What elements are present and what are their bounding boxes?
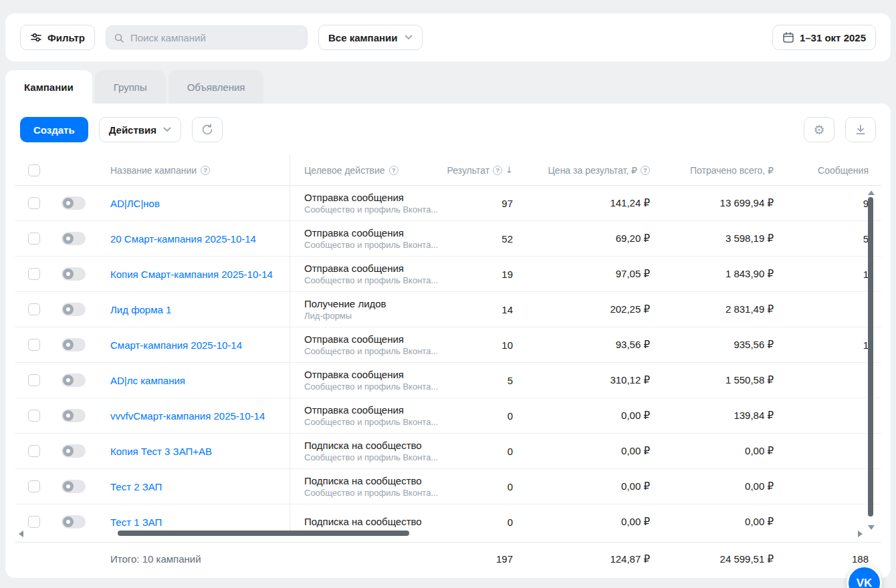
table-row: Тест 1 ЗАП Подписка на сообщество 0 0,00… [15, 504, 881, 531]
campaign-name-link[interactable]: 20 Смарт-кампания 2025-10-14 [110, 233, 256, 245]
tab-campaigns[interactable]: Кампании [5, 70, 92, 104]
bulk-actions-button[interactable]: Действия [99, 117, 181, 142]
row-checkbox[interactable] [28, 268, 40, 280]
scroll-left-arrow-icon[interactable] [19, 531, 23, 537]
top-toolbar: Фильтр Все кампании 1–31 окт 2025 [5, 13, 891, 61]
objective-text: Отправка сообщения [304, 404, 443, 416]
spent-value: 0,00 ₽ [650, 434, 774, 468]
campaign-name-link[interactable]: Смарт-кампания 2025-10-14 [110, 339, 242, 351]
help-icon[interactable] [641, 166, 650, 175]
refresh-icon [201, 123, 214, 136]
spent-value: 3 598,19 ₽ [650, 221, 774, 256]
filter-button[interactable]: Фильтр [20, 25, 95, 50]
result-value: 14 [443, 292, 513, 327]
objective-subtext: Сообщество и профиль Вконта... [304, 488, 443, 498]
campaign-toggle[interactable] [62, 303, 86, 316]
campaigns-panel: Создать Действия ⚙ [5, 104, 891, 578]
campaign-name-link[interactable]: vvvfvСмарт-кампания 2025-10-14 [110, 410, 265, 422]
row-checkbox[interactable] [28, 516, 40, 528]
refresh-button[interactable] [192, 117, 223, 142]
cost-per-result-value: 141,24 ₽ [513, 186, 650, 220]
date-range-button[interactable]: 1–31 окт 2025 [772, 25, 876, 50]
campaign-toggle[interactable] [62, 444, 86, 458]
cost-per-result-value: 93,56 ₽ [513, 327, 650, 362]
search-input[interactable] [106, 26, 307, 49]
campaign-toggle[interactable] [62, 196, 86, 210]
row-checkbox[interactable] [28, 233, 40, 245]
scroll-up-arrow-icon[interactable] [868, 190, 875, 195]
row-checkbox[interactable] [28, 339, 40, 351]
table-settings-button[interactable]: ⚙ [804, 117, 834, 142]
date-range-label: 1–31 окт 2025 [800, 32, 866, 43]
calendar-icon [782, 31, 794, 43]
row-checkbox[interactable] [28, 303, 40, 315]
campaign-scope-select[interactable]: Все кампании [318, 25, 423, 50]
frozen-columns-divider [290, 155, 290, 531]
vertical-scrollbar[interactable] [867, 189, 875, 531]
filter-icon [30, 31, 42, 43]
campaign-toggle[interactable] [62, 267, 86, 281]
campaign-toggle[interactable] [62, 515, 86, 529]
export-button[interactable] [845, 117, 876, 142]
objective-text: Получение лидов [304, 298, 443, 309]
campaign-toggle[interactable] [62, 374, 86, 387]
col-header-messages: Сообщения [818, 165, 869, 176]
row-checkbox[interactable] [28, 410, 40, 422]
table-row: AD|ЛС|нов Отправка сообщения Сообщество … [15, 186, 881, 221]
table-row: vvvfvСмарт-кампания 2025-10-14 Отправка … [15, 398, 881, 434]
campaign-name-link[interactable]: Тест 2 ЗАП [110, 481, 162, 492]
totals-label: Итого: 10 кампаний [94, 553, 290, 565]
table-header: Название кампании Целевое действие Резул… [15, 155, 881, 186]
campaigns-table: Название кампании Целевое действие Резул… [15, 155, 881, 575]
campaign-name-link[interactable]: Копия Тест 3 ЗАП+АВ [110, 446, 212, 457]
col-header-name: Название кампании [110, 165, 197, 176]
section-tabs: Кампании Группы Объявления [5, 70, 891, 104]
objective-subtext: Сообщество и профиль Вконта... [304, 204, 443, 214]
cost-per-result-value: 69,20 ₽ [513, 221, 650, 256]
table-body: AD|ЛС|нов Отправка сообщения Сообщество … [15, 186, 881, 531]
select-all-checkbox[interactable] [28, 164, 40, 176]
help-icon[interactable] [201, 166, 210, 175]
row-checkbox[interactable] [28, 197, 40, 209]
cost-per-result-value: 310,12 ₽ [513, 363, 650, 398]
row-checkbox[interactable] [28, 480, 40, 492]
objective-text: Отправка сообщения [304, 263, 443, 274]
row-checkbox[interactable] [28, 374, 40, 386]
result-value: 0 [443, 434, 513, 468]
tab-ads[interactable]: Объявления [169, 70, 264, 104]
cost-per-result-value: 0,00 ₽ [513, 398, 650, 433]
gear-icon: ⚙ [813, 124, 824, 136]
help-icon[interactable] [493, 166, 502, 175]
scroll-right-arrow-icon[interactable] [858, 531, 863, 537]
campaign-name-link[interactable]: Копия Смарт-кампания 2025-10-14 [110, 269, 273, 280]
total-spent: 24 599,51 ₽ [650, 553, 774, 565]
campaign-toggle[interactable] [62, 232, 86, 245]
col-header-result: Результат [447, 165, 489, 176]
sort-desc-icon[interactable]: ↓ [506, 165, 513, 175]
campaign-toggle[interactable] [62, 338, 86, 351]
row-checkbox[interactable] [28, 445, 40, 457]
messages-value [774, 398, 874, 433]
horizontal-scrollbar[interactable] [17, 529, 864, 538]
campaign-name-link[interactable]: AD|ЛС|нов [110, 198, 160, 209]
campaign-name-link[interactable]: Лид форма 1 [110, 304, 171, 315]
tab-groups[interactable]: Группы [95, 70, 166, 104]
campaign-toggle[interactable] [62, 480, 86, 493]
scroll-down-arrow-icon[interactable] [868, 525, 875, 530]
result-value: 97 [443, 186, 513, 220]
objective-subtext: Сообщество и профиль Вконта... [304, 417, 443, 427]
chevron-down-icon [405, 35, 413, 40]
result-value: 10 [443, 327, 513, 362]
help-icon[interactable] [389, 166, 399, 175]
objective-text: Отправка сообщения [304, 369, 443, 380]
horizontal-scrollbar-thumb[interactable] [118, 531, 409, 536]
campaign-name-link[interactable]: Тест 1 ЗАП [110, 517, 162, 528]
table-row: Лид форма 1 Получение лидов Лид-формы 14… [15, 292, 881, 327]
vertical-scrollbar-thumb[interactable] [868, 197, 873, 517]
campaign-toggle[interactable] [62, 409, 86, 422]
total-result: 197 [443, 553, 513, 565]
create-button[interactable]: Создать [20, 117, 88, 142]
table-row: Тест 2 ЗАП Подписка на сообщество Сообще… [15, 469, 881, 504]
campaign-name-link[interactable]: AD|лс кампания [110, 375, 185, 386]
result-value: 0 [443, 398, 513, 433]
